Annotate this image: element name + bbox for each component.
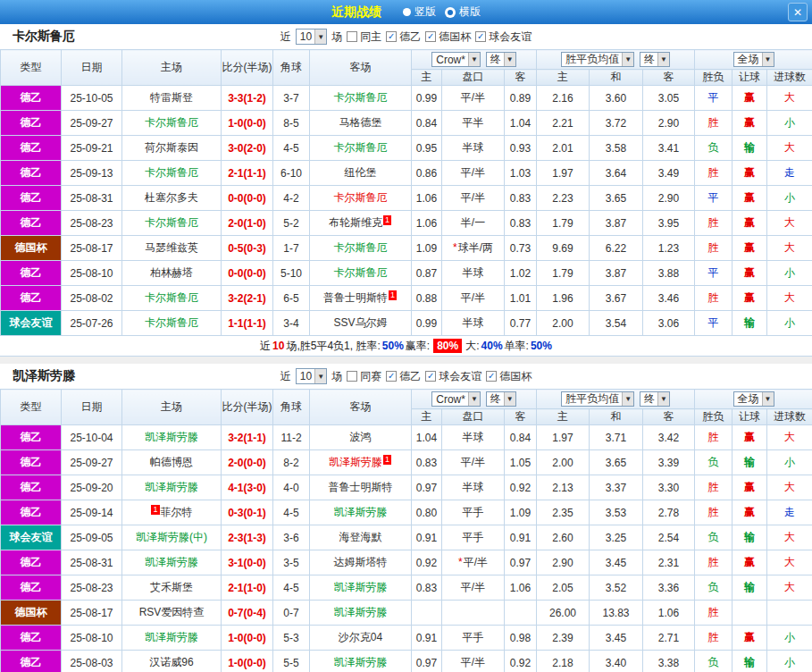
- handicap-result-cell: 赢: [732, 425, 767, 450]
- home-team-link[interactable]: 特雷斯登: [150, 91, 193, 104]
- score-cell[interactable]: 1-0(0-0): [222, 651, 273, 672]
- score-cell[interactable]: 1-1(1-1): [222, 311, 273, 336]
- league-cell: 德乙: [1, 450, 62, 475]
- home-team-link[interactable]: 汉诺威96: [149, 656, 193, 668]
- away-team-link[interactable]: 凯泽斯劳滕: [334, 606, 388, 618]
- euro-draw-odds: 3.71: [590, 425, 643, 450]
- score-cell[interactable]: 2-3(1-3): [222, 525, 273, 550]
- score-cell[interactable]: 0-0(0-0): [222, 261, 273, 286]
- away-team-link[interactable]: 马格德堡: [339, 116, 382, 129]
- league-cell: 德乙: [1, 651, 62, 672]
- away-team-link[interactable]: 普鲁士明斯特1: [323, 291, 398, 304]
- avg-odds-select[interactable]: 胜平负均值▼: [561, 52, 634, 67]
- away-team-link[interactable]: 波鸿: [350, 431, 372, 443]
- score-cell[interactable]: 2-0(0-0): [222, 450, 273, 475]
- away-team-link[interactable]: 达姆斯塔特: [334, 556, 388, 568]
- home-team-link[interactable]: 凯泽斯劳滕: [145, 556, 198, 568]
- away-team-link[interactable]: 凯泽斯劳滕1: [329, 456, 392, 468]
- score-cell[interactable]: 4-1(3-0): [222, 475, 273, 500]
- odds-time-select[interactable]: 终▼: [486, 391, 516, 407]
- col-header-eu-away: 客: [643, 409, 695, 425]
- score-cell[interactable]: 0-5(0-3): [222, 236, 273, 261]
- score-cell[interactable]: 1-0(0-0): [222, 111, 273, 136]
- score-cell[interactable]: 3-1(0-0): [222, 550, 273, 575]
- same-venue-checkbox[interactable]: 同主: [347, 29, 381, 45]
- away-team-link[interactable]: 凯泽斯劳滕: [334, 581, 388, 593]
- score-cell[interactable]: 0-0(0-0): [222, 186, 273, 211]
- asian-away-odds: 1.01: [505, 286, 537, 311]
- home-team-link[interactable]: RSV爱因特查: [139, 606, 205, 618]
- layout-horizontal-option[interactable]: 横版: [445, 4, 481, 20]
- home-team-link[interactable]: 卡尔斯鲁厄: [145, 216, 198, 229]
- away-team-link[interactable]: 卡尔斯鲁厄: [334, 191, 388, 204]
- same-competition-checkbox[interactable]: 同赛: [347, 369, 381, 384]
- league-filter-d2[interactable]: ✓ 德乙: [386, 29, 421, 45]
- league-filter-cup[interactable]: ✓ 德国杯: [486, 369, 532, 384]
- asian-odds-header: Crow*▼ 终▼: [412, 50, 537, 70]
- away-team-link[interactable]: 普鲁士明斯特: [329, 481, 393, 493]
- home-team-link[interactable]: 马瑟维兹英: [145, 241, 198, 254]
- league-filter-d2[interactable]: ✓ 德乙: [386, 369, 421, 384]
- home-team-link[interactable]: 杜塞尔多夫: [145, 191, 198, 204]
- score-cell[interactable]: 3-2(1-1): [222, 425, 273, 450]
- away-team-link[interactable]: 凯泽斯劳滕: [334, 506, 388, 518]
- score-cell[interactable]: 3-0(2-0): [222, 136, 273, 161]
- euro-time-select[interactable]: 终▼: [640, 52, 670, 67]
- away-team-link[interactable]: 卡尔斯鲁厄: [334, 141, 388, 154]
- goals-result-cell: 小: [767, 111, 812, 136]
- home-team-link[interactable]: 1菲尔特: [150, 506, 192, 518]
- bookmaker-select[interactable]: Crow*▼: [431, 52, 481, 67]
- away-team-link[interactable]: 凯泽斯劳滕: [334, 656, 388, 668]
- score-cell[interactable]: 0-3(0-1): [222, 500, 273, 525]
- away-team-link[interactable]: 卡尔斯鲁厄: [334, 91, 388, 104]
- away-team-link[interactable]: 海登海默: [339, 531, 382, 543]
- red-card-badge: 1: [383, 215, 391, 225]
- date-cell: 25-10-05: [62, 86, 122, 111]
- home-team-link[interactable]: 卡尔斯鲁厄: [145, 316, 198, 329]
- home-team-link[interactable]: 凯泽斯劳滕(中): [136, 531, 207, 543]
- away-team-link[interactable]: 纽伦堡: [345, 166, 377, 179]
- score-cell[interactable]: 1-0(0-0): [222, 626, 273, 651]
- home-team-link[interactable]: 卡尔斯鲁厄: [145, 166, 198, 179]
- home-team-link[interactable]: 凯泽斯劳滕: [145, 481, 198, 493]
- away-team-link[interactable]: 卡尔斯鲁厄: [334, 266, 388, 279]
- league-filter-cup[interactable]: ✓ 德国杯: [425, 29, 471, 45]
- scope-select[interactable]: 全场▼: [733, 52, 774, 67]
- euro-time-select[interactable]: 终▼: [640, 391, 670, 407]
- score-cell[interactable]: 0-7(0-4): [222, 601, 273, 626]
- away-team-link[interactable]: 布轮斯维克1: [329, 216, 392, 229]
- avg-odds-select[interactable]: 胜平负均值▼: [561, 391, 634, 407]
- layout-vertical-option[interactable]: 竖版: [403, 4, 436, 20]
- euro-away-odds: 3.36: [643, 575, 695, 601]
- home-team-link[interactable]: 帕德博恩: [150, 456, 193, 468]
- asian-home-odds: 0.99: [412, 311, 442, 336]
- league-filter-friendly[interactable]: ✓ 球会友谊: [425, 369, 481, 384]
- home-team-link[interactable]: 柏林赫塔: [150, 266, 193, 279]
- away-team-link[interactable]: SSV乌尔姆: [333, 316, 387, 329]
- filter-near-label: 近: [280, 29, 291, 45]
- asian-line-cell: 平手: [442, 525, 505, 550]
- odds-time-select[interactable]: 终▼: [486, 52, 516, 67]
- match-count-select[interactable]: 10▼: [296, 368, 327, 384]
- home-team-link[interactable]: 凯泽斯劳滕: [145, 431, 198, 443]
- league-cell: 德国杯: [1, 601, 62, 626]
- home-team-link[interactable]: 卡尔斯鲁厄: [145, 116, 198, 129]
- bookmaker-select[interactable]: Crow*▼: [431, 391, 481, 407]
- match-count-select[interactable]: 10▼: [296, 29, 327, 45]
- euro-draw-odds: 3.52: [590, 575, 643, 601]
- away-team-link[interactable]: 卡尔斯鲁厄: [334, 241, 388, 254]
- away-team-link[interactable]: 沙尔克04: [339, 631, 382, 643]
- scope-select[interactable]: 全场▼: [733, 391, 774, 407]
- score-cell[interactable]: 3-2(2-1): [222, 286, 273, 311]
- score-cell[interactable]: 2-0(1-0): [222, 211, 273, 236]
- score-cell[interactable]: 3-3(1-2): [222, 86, 273, 111]
- home-team-link[interactable]: 荷尔斯泰因: [145, 141, 198, 154]
- score-cell[interactable]: 2-1(1-1): [222, 161, 273, 186]
- home-team-link[interactable]: 卡尔斯鲁厄: [145, 291, 198, 304]
- close-button[interactable]: ✕: [788, 3, 808, 21]
- checkbox-checked-icon: ✓: [386, 31, 397, 42]
- home-team-link[interactable]: 艾禾斯堡: [150, 581, 193, 593]
- score-cell[interactable]: 2-1(1-0): [222, 575, 273, 601]
- home-team-link[interactable]: 凯泽斯劳滕: [145, 631, 198, 643]
- league-filter-friendly[interactable]: ✓ 球会友谊: [475, 29, 532, 45]
